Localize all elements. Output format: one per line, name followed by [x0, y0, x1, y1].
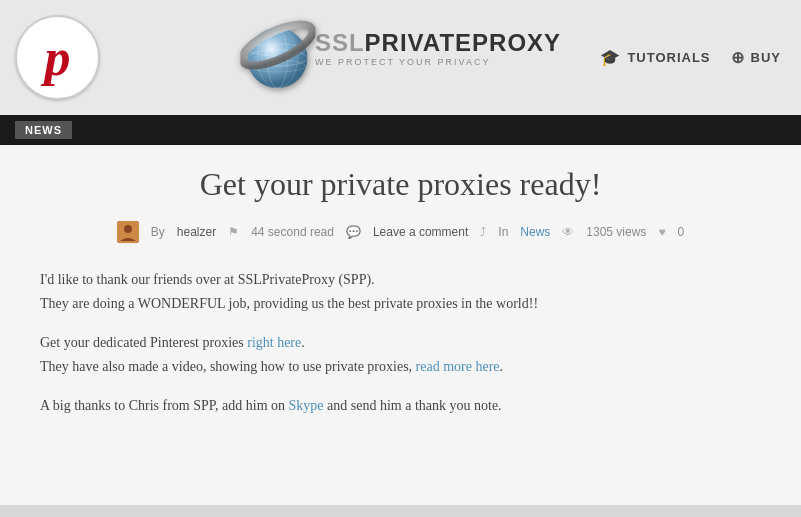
- buy-icon: ⊕: [731, 48, 745, 67]
- tutorials-label: TUTORIALS: [627, 50, 710, 65]
- article-meta: By healzer ⚑ 44 second read 💬 Leave a co…: [40, 221, 761, 243]
- read-time: 44 second read: [251, 225, 334, 239]
- read-time-icon: ⚑: [228, 225, 239, 239]
- buy-nav-item[interactable]: ⊕ BUY: [731, 48, 781, 67]
- main-content: Get your private proxies ready! By healz…: [0, 145, 801, 505]
- para1-line1: I'd like to thank our friends over at SS…: [40, 272, 375, 287]
- brand-text: SSLPRIVATEPROXY WE PROTECT YOUR PRIVACY: [315, 29, 561, 67]
- para3-before: A big thanks to Chris from SPP, add him …: [40, 398, 289, 413]
- para1-line2: They are doing a WONDERFUL job, providin…: [40, 296, 538, 311]
- leave-comment-link[interactable]: Leave a comment: [373, 225, 468, 239]
- category-link[interactable]: News: [520, 225, 550, 239]
- comment-icon: 💬: [346, 225, 361, 239]
- brand-tagline: WE PROTECT YOUR PRIVACY: [315, 57, 561, 67]
- site-logo[interactable]: p: [15, 15, 100, 100]
- brand-name: SSLPRIVATEPROXY: [315, 29, 561, 57]
- share-icon: ⤴: [480, 225, 486, 239]
- likes-count: 0: [678, 225, 685, 239]
- para2-before-link1: Get your dedicated Pinterest proxies: [40, 335, 247, 350]
- read-more-link[interactable]: read more here: [416, 359, 500, 374]
- paragraph-2: Get your dedicated Pinterest proxies rig…: [40, 331, 761, 379]
- right-here-link[interactable]: right here: [247, 335, 301, 350]
- globe-icon: [240, 10, 315, 85]
- paragraph-1: I'd like to thank our friends over at SS…: [40, 268, 761, 316]
- private-part: PRIVATE: [365, 29, 472, 56]
- pinterest-icon: p: [45, 32, 71, 84]
- para3-after: and send him a thank you note.: [324, 398, 502, 413]
- ssl-part: SSL: [315, 29, 365, 56]
- by-label: By: [151, 225, 165, 239]
- news-badge: NEWS: [15, 121, 72, 139]
- proxy-part: PROXY: [472, 29, 561, 56]
- author-avatar: [117, 221, 139, 243]
- in-label: In: [498, 225, 508, 239]
- likes-icon: ♥: [658, 225, 665, 239]
- tutorials-icon: 🎓: [600, 48, 621, 67]
- article-title: Get your private proxies ready!: [40, 165, 761, 203]
- para2-before-link2: They have also made a video, showing how…: [40, 359, 416, 374]
- views-count: 1305 views: [586, 225, 646, 239]
- category-bar: NEWS: [0, 115, 801, 145]
- skype-link[interactable]: Skype: [289, 398, 324, 413]
- paragraph-3: A big thanks to Chris from SPP, add him …: [40, 394, 761, 418]
- author-name[interactable]: healzer: [177, 225, 216, 239]
- views-icon: 👁: [562, 225, 574, 239]
- tutorials-nav-item[interactable]: 🎓 TUTORIALS: [600, 48, 710, 67]
- header-nav: 🎓 TUTORIALS ⊕ BUY: [600, 48, 781, 67]
- site-header: p: [0, 0, 801, 115]
- svg-point-8: [124, 225, 132, 233]
- brand-logo: SSLPRIVATEPROXY WE PROTECT YOUR PRIVACY: [240, 10, 561, 85]
- buy-label: BUY: [751, 50, 781, 65]
- article-body: I'd like to thank our friends over at SS…: [40, 268, 761, 417]
